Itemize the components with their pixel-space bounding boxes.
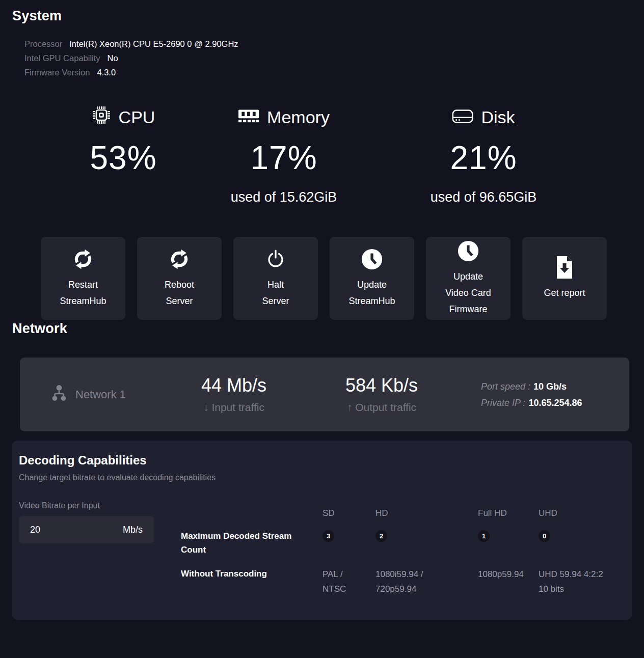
private-ip-row: Private IP :10.65.254.86: [481, 395, 582, 411]
power-icon: [265, 248, 286, 271]
processor-row: ProcessorIntel(R) Xeon(R) CPU E5-2690 0 …: [24, 37, 632, 51]
input-traffic-value: 44 Mb/s: [168, 375, 300, 396]
count-badge: 1: [478, 530, 490, 542]
without-transcoding-sd-cell: PAL / NTSC: [323, 567, 375, 596]
decoding-capabilities-title: Decoding Capabilities: [19, 453, 625, 468]
col-header-hd: HD: [375, 508, 478, 519]
halt-server-button[interactable]: Halt Server: [233, 237, 318, 320]
max-count-full-hd-cell: 1: [478, 529, 539, 542]
disk-usage-detail: used of 96.65GiB: [387, 189, 580, 205]
decoding-body: Video Bitrate per Input Mb/s SD HD Full …: [19, 501, 625, 596]
bitrate-input[interactable]: [30, 525, 123, 535]
count-badge: 2: [375, 530, 387, 542]
get-report-label: Get report: [544, 285, 585, 301]
input-traffic-label: ↓ Input traffic: [168, 401, 300, 414]
resource-gauges: CPU 53%: [12, 107, 632, 205]
input-traffic-caption: Input traffic: [211, 401, 264, 413]
memory-gauge: Memory 17% used of 15.62GiB: [215, 107, 353, 205]
network-section-title: Network: [12, 320, 632, 337]
report-download-icon: [555, 256, 574, 279]
port-speed-row: Port speed :10 Gb/s: [481, 378, 582, 395]
clock-icon: [361, 248, 383, 271]
without-transcoding-uhd-cell: UHD 59.94 4:2:2 10 bits: [539, 567, 625, 596]
server-actions: Restart StreamHub Reboot Server Halt S: [41, 237, 632, 320]
system-section-title: System: [12, 7, 632, 24]
firmware-version-label: Firmware Version: [24, 68, 90, 77]
update-streamhub-button[interactable]: Update StreamHub: [330, 237, 414, 320]
max-count-sd-cell: 3: [323, 529, 375, 542]
count-badge: 3: [323, 530, 334, 542]
firmware-version-row: Firmware Version4.3.0: [24, 65, 632, 79]
update-video-card-firmware-button[interactable]: Update Video Card Firmware: [426, 237, 511, 320]
disk-gauge-title: Disk: [481, 107, 515, 127]
decoding-capabilities-card: Decoding Capabilities Change target bitr…: [12, 441, 632, 620]
without-transcoding-label: Without Transcoding: [181, 567, 323, 581]
output-traffic-caption: Output traffic: [355, 401, 416, 413]
cpu-gauge-title: CPU: [119, 107, 155, 127]
without-transcoding-hd-cell: 1080i59.94 / 720p59.94: [375, 567, 478, 596]
port-speed-label: Port speed :: [481, 381, 530, 392]
restart-streamhub-label: Restart StreamHub: [60, 277, 106, 309]
memory-usage-percent: 17%: [215, 140, 353, 177]
bitrate-unit: Mb/s: [123, 525, 143, 535]
col-header-uhd: UHD: [539, 508, 625, 519]
memory-icon: [238, 107, 259, 127]
without-transcoding-full-hd-cell: 1080p59.94: [478, 567, 539, 582]
network-interface-id: Network 1: [50, 385, 147, 405]
refresh-icon: [169, 248, 190, 271]
get-report-button[interactable]: Get report: [522, 237, 607, 320]
memory-usage-detail: used of 15.62GiB: [215, 189, 353, 205]
disk-usage-percent: 21%: [387, 140, 580, 177]
network-interface-name: Network 1: [75, 388, 126, 401]
system-page: System ProcessorIntel(R) Xeon(R) CPU E5-…: [0, 0, 644, 658]
processor-value: Intel(R) Xeon(R) CPU E5-2690 0 @ 2.90GHz: [69, 39, 238, 48]
bitrate-label: Video Bitrate per Input: [19, 501, 154, 511]
decoding-table: SD HD Full HD UHD Maximum Decoded Stream…: [181, 508, 625, 596]
update-streamhub-label: Update StreamHub: [348, 277, 395, 309]
clock-icon: [457, 239, 479, 263]
system-info: ProcessorIntel(R) Xeon(R) CPU E5-2690 0 …: [24, 37, 632, 79]
disk-icon: [452, 107, 473, 127]
firmware-version-value: 4.3.0: [97, 68, 116, 77]
max-count-hd-cell: 2: [375, 529, 478, 542]
decoding-capabilities-subtitle: Change target bitrate to evaluate decodi…: [19, 473, 625, 482]
cpu-usage-detail: [32, 189, 215, 205]
bitrate-group: Video Bitrate per Input Mb/s: [19, 501, 154, 596]
network-nodes-icon: [50, 385, 68, 405]
count-badge: 0: [539, 530, 550, 542]
gpu-capability-row: Intel GPU CapabilityNo: [24, 51, 632, 65]
refresh-icon: [72, 248, 94, 271]
memory-gauge-title: Memory: [267, 107, 330, 127]
reboot-server-label: Reboot Server: [165, 277, 194, 309]
gpu-capability-label: Intel GPU Capability: [24, 53, 100, 63]
private-ip-value: 10.65.254.86: [528, 398, 582, 408]
cpu-usage-percent: 53%: [32, 140, 215, 177]
network-interface-card: Network 1 44 Mb/s ↓ Input traffic 584 Kb…: [20, 358, 629, 431]
cpu-icon: [92, 105, 111, 129]
bitrate-input-box: Mb/s: [19, 516, 154, 543]
gpu-capability-value: No: [108, 53, 118, 63]
col-header-sd: SD: [323, 508, 375, 519]
halt-server-label: Halt Server: [262, 277, 289, 309]
processor-label: Processor: [24, 39, 62, 48]
arrow-up-icon: ↑: [347, 401, 353, 413]
arrow-down-icon: ↓: [203, 401, 209, 413]
output-traffic-value: 584 Kb/s: [315, 375, 448, 396]
output-traffic: 584 Kb/s ↑ Output traffic: [315, 375, 448, 414]
cpu-gauge: CPU 53%: [32, 107, 215, 205]
private-ip-label: Private IP :: [481, 398, 525, 408]
col-header-full-hd: Full HD: [478, 508, 539, 519]
port-speed-value: 10 Gb/s: [533, 381, 567, 392]
update-video-card-firmware-label: Update Video Card Firmware: [445, 268, 491, 317]
max-count-uhd-cell: 0: [539, 529, 625, 542]
output-traffic-label: ↑ Output traffic: [315, 401, 448, 414]
restart-streamhub-button[interactable]: Restart StreamHub: [41, 237, 125, 320]
input-traffic: 44 Mb/s ↓ Input traffic: [168, 375, 300, 414]
reboot-server-button[interactable]: Reboot Server: [137, 237, 222, 320]
max-decoded-stream-count-label: Maximum Decoded Stream Count: [181, 529, 323, 557]
network-meta: Port speed :10 Gb/s Private IP :10.65.25…: [481, 378, 582, 411]
disk-gauge: Disk 21% used of 96.65GiB: [387, 107, 580, 205]
